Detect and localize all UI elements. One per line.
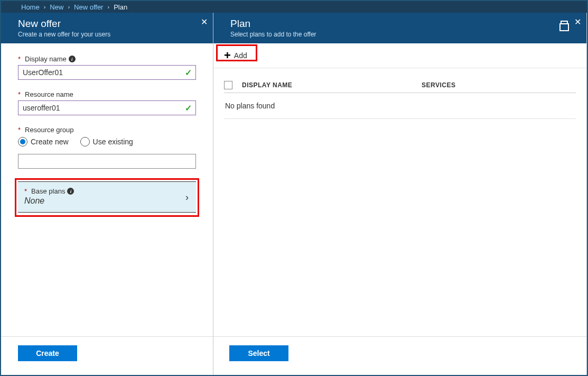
blade-footer: Select — [213, 336, 586, 375]
create-button[interactable]: Create — [18, 345, 77, 361]
radio-icon — [18, 137, 27, 146]
display-name-input[interactable] — [18, 65, 196, 80]
base-plans-selector[interactable]: * Base plans i None › — [18, 181, 196, 213]
empty-state-message: No plans found — [224, 93, 576, 119]
add-button[interactable]: + Add — [219, 48, 253, 63]
restore-icon[interactable] — [561, 20, 568, 28]
required-indicator: * — [18, 90, 21, 98]
checkmark-icon: ✓ — [185, 68, 192, 78]
breadcrumb-link-home[interactable]: Home — [21, 3, 40, 11]
resource-group-input[interactable] — [18, 154, 196, 169]
breadcrumb-link-new[interactable]: New — [50, 3, 63, 11]
resource-group-label: * Resource group — [18, 126, 196, 134]
blade-header: Plan Select plans to add to the offer ✕ — [213, 13, 586, 43]
blade-subtitle: Select plans to add to the offer — [230, 31, 578, 38]
breadcrumb-current: Plan — [114, 3, 127, 11]
required-indicator: * — [18, 126, 21, 134]
radio-use-existing[interactable]: Use existing — [80, 137, 133, 146]
blade-body: + Add DISPLAY NAME SERVICES No plans fou… — [213, 43, 586, 336]
close-icon[interactable]: ✕ — [201, 18, 208, 26]
required-indicator: * — [24, 187, 27, 195]
chevron-right-icon: › — [44, 4, 46, 10]
base-plans-value: None — [24, 196, 191, 206]
chevron-right-icon: › — [185, 191, 189, 203]
radio-icon — [80, 137, 90, 146]
info-icon[interactable]: i — [67, 188, 74, 195]
table-header-row: DISPLAY NAME SERVICES — [224, 78, 576, 93]
blade-title: New offer — [18, 18, 204, 30]
column-header-services[interactable]: SERVICES — [422, 81, 576, 89]
toolbar: + Add — [213, 43, 586, 68]
radio-create-new[interactable]: Create new — [18, 137, 69, 146]
chevron-right-icon: › — [107, 4, 109, 10]
select-button[interactable]: Select — [229, 345, 288, 361]
blade-title: Plan — [230, 18, 578, 30]
close-icon[interactable]: ✕ — [574, 18, 581, 28]
breadcrumb: Home › New › New offer › Plan — [1, 1, 587, 13]
blade-plan: Plan Select plans to add to the offer ✕ … — [213, 13, 587, 375]
blade-footer: Create — [1, 336, 213, 375]
required-indicator: * — [18, 55, 21, 63]
chevron-right-icon: › — [68, 4, 70, 10]
select-all-checkbox[interactable] — [224, 81, 232, 89]
plus-icon: + — [224, 50, 231, 61]
resource-name-label: * Resource name — [18, 90, 196, 98]
column-header-display-name[interactable]: DISPLAY NAME — [242, 81, 422, 89]
resource-name-input[interactable] — [18, 100, 196, 115]
display-name-label: * Display name i — [18, 55, 196, 63]
blade-new-offer: New offer Create a new offer for your us… — [1, 13, 213, 375]
info-icon[interactable]: i — [69, 56, 76, 62]
blade-subtitle: Create a new offer for your users — [18, 31, 204, 38]
breadcrumb-link-new-offer[interactable]: New offer — [74, 3, 103, 11]
checkmark-icon: ✓ — [185, 103, 192, 113]
blade-header: New offer Create a new offer for your us… — [1, 13, 213, 43]
